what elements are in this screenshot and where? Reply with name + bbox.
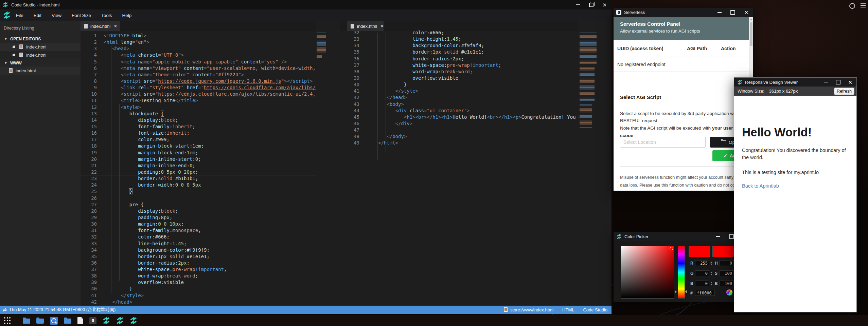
code-line[interactable]: 47 bbox=[340, 127, 612, 133]
code-line[interactable]: 25 } bbox=[81, 188, 316, 195]
b-value-field[interactable]: 0 bbox=[695, 281, 709, 286]
stepper-icon[interactable] bbox=[710, 260, 713, 266]
sidebar-section-www[interactable]: ▼ WWW bbox=[0, 59, 81, 67]
code-line[interactable]: 39 overflow:visible bbox=[340, 75, 612, 81]
restore-icon[interactable] bbox=[589, 3, 594, 7]
folder-icon[interactable] bbox=[23, 319, 30, 324]
menu-tools[interactable]: Tools bbox=[96, 9, 117, 21]
close-icon[interactable]: ✖ bbox=[12, 53, 15, 57]
code-line[interactable]: 11 <title>Testing Site</title> bbox=[81, 97, 316, 104]
open-editor-item[interactable]: ✖ index.html bbox=[0, 43, 81, 51]
code-line[interactable]: 37 white-space:pre-wrap!important; bbox=[340, 62, 612, 69]
hue-marker-right[interactable] bbox=[685, 290, 687, 293]
scrollbar-thumb[interactable] bbox=[750, 22, 752, 46]
code-line[interactable]: 48 </body> bbox=[340, 133, 612, 140]
folder-icon[interactable] bbox=[36, 319, 44, 324]
minimap[interactable] bbox=[580, 33, 597, 64]
minimap[interactable] bbox=[580, 67, 595, 101]
back-to-aprintlab-link[interactable]: Back to Aprintlab bbox=[742, 183, 779, 189]
script-location-input[interactable] bbox=[620, 137, 706, 148]
folder-icon[interactable] bbox=[64, 319, 71, 324]
code-line[interactable]: 45 <h1><br></h1><h1>Hello World!<br></h1… bbox=[340, 114, 612, 120]
open-editor-item[interactable]: ✖ index.html bbox=[0, 51, 81, 59]
code-line[interactable]: 40 } bbox=[340, 81, 612, 88]
code-line[interactable]: 21 margin-inline-end:0; bbox=[81, 162, 316, 169]
code-line[interactable]: 5 <meta name="apple-mobile-web-app-capab… bbox=[81, 59, 316, 65]
code-line[interactable]: 44 <div class="ui container"> bbox=[340, 108, 612, 114]
code-line[interactable]: 15 font-family:inherit; bbox=[81, 123, 316, 130]
code-line[interactable]: 8 <script src="https://code.jquery.com/j… bbox=[81, 78, 316, 84]
close-icon[interactable]: ✖ bbox=[12, 45, 15, 49]
app-grid-icon[interactable] bbox=[3, 317, 12, 325]
close-tab-icon[interactable]: ✕ bbox=[380, 24, 384, 28]
code-line[interactable]: 34 background-color:#f9f9f9; bbox=[81, 247, 316, 253]
close-tab-icon[interactable]: ✕ bbox=[114, 24, 117, 28]
status-app-name[interactable]: Code Studio bbox=[583, 307, 607, 312]
code-line[interactable]: 35 border:1px solid #e1e1e1; bbox=[340, 49, 612, 55]
code-line[interactable]: 49</html> bbox=[340, 140, 612, 146]
code-line[interactable]: 23 border:solid #b1b1b1; bbox=[81, 175, 316, 182]
status-language[interactable]: HTML bbox=[562, 307, 574, 312]
sidebar-section-open-editors[interactable]: ▼ OPEN EDITORS bbox=[0, 35, 81, 43]
code-line[interactable]: 22 padding:0 5px 0 20px; bbox=[81, 169, 316, 175]
minimize-icon[interactable] bbox=[716, 236, 720, 237]
code-line[interactable]: 24 border-width:0 0 0 5px bbox=[81, 182, 316, 188]
code-line[interactable]: 36 border-radius:2px; bbox=[340, 56, 612, 62]
code-line[interactable]: 38 word-wrap:break-word; bbox=[340, 69, 612, 75]
code-line[interactable]: 17 color:#999; bbox=[81, 136, 316, 143]
maximize-icon[interactable] bbox=[836, 80, 840, 84]
minimap[interactable] bbox=[317, 33, 326, 54]
menu-font-size[interactable]: Font Size bbox=[67, 9, 96, 21]
code-line[interactable]: 28 display:block; bbox=[81, 208, 316, 214]
code-line[interactable]: 29 padding:8px; bbox=[81, 214, 316, 221]
minimize-icon[interactable] bbox=[824, 82, 828, 82]
code-line[interactable]: 27 pre { bbox=[81, 202, 316, 208]
code-line[interactable]: 26 bbox=[81, 195, 316, 202]
code-line[interactable]: 40 } bbox=[81, 286, 316, 292]
code-line[interactable]: 18 margin-block-start:1em; bbox=[81, 143, 316, 149]
code-line[interactable]: 16 font-size:inherit; bbox=[81, 130, 316, 136]
s-value-field[interactable]: 100 bbox=[720, 270, 734, 276]
tree-item-index-html[interactable]: index.html bbox=[0, 66, 81, 75]
hex-value-field[interactable]: ff0000 bbox=[695, 290, 715, 296]
code-line[interactable]: 13 blockquote { bbox=[81, 111, 316, 117]
window-titlebar[interactable]: Code Studio - index.html ✕ bbox=[0, 0, 612, 9]
code-line[interactable]: 20 margin-inline-start:0; bbox=[81, 156, 316, 162]
color-wheel-icon[interactable] bbox=[726, 289, 732, 295]
stepper-icon[interactable] bbox=[710, 270, 713, 276]
scroll-up-icon[interactable]: ▲ bbox=[749, 18, 753, 21]
code-line[interactable]: 19 margin-block-end:1em; bbox=[81, 150, 316, 156]
menu-help[interactable]: Help bbox=[117, 9, 137, 21]
code-pane-left[interactable]: 1<!DOCTYPE html>2<html lang="en">3 <head… bbox=[81, 33, 316, 306]
maximize-icon[interactable] bbox=[729, 234, 734, 239]
color-picker-titlebar[interactable]: Color Picker bbox=[614, 232, 749, 241]
refresh-button[interactable]: Refresh bbox=[834, 88, 854, 95]
code-line[interactable]: 39 overflow:visible bbox=[81, 279, 316, 286]
close-icon[interactable]: ✕ bbox=[848, 80, 852, 85]
code-line[interactable]: 2<html lang="en"> bbox=[81, 39, 316, 45]
hamburger-menu-icon[interactable] bbox=[861, 3, 866, 8]
code-line[interactable]: 38 word-wrap:break-word; bbox=[81, 273, 316, 279]
code-line[interactable]: 1<!DOCTYPE html> bbox=[81, 33, 316, 39]
code-line[interactable]: 34 background-color:#f9f9f9; bbox=[340, 42, 612, 49]
menu-edit[interactable]: Edit bbox=[29, 9, 47, 21]
code-line[interactable]: 33 line-height:1.45; bbox=[340, 36, 612, 42]
document-icon[interactable] bbox=[77, 317, 83, 324]
code-line[interactable]: 41 </style> bbox=[340, 88, 612, 94]
h-value-field[interactable]: 0 bbox=[720, 260, 734, 266]
code-line[interactable]: 32 color:#666; bbox=[340, 30, 612, 36]
menu-view[interactable]: View bbox=[47, 9, 67, 21]
code-line[interactable]: 30 margin:0 0 10px; bbox=[81, 221, 316, 227]
close-icon[interactable]: ✕ bbox=[744, 10, 748, 15]
code-line[interactable]: 6 <meta name="viewport" content="user-sc… bbox=[81, 65, 316, 72]
r-value-field[interactable]: 255 bbox=[695, 260, 709, 266]
code-line[interactable]: 36 border-radius:2px; bbox=[81, 260, 316, 266]
code-line[interactable]: 46 </div> bbox=[340, 120, 612, 127]
close-icon[interactable]: ✕ bbox=[602, 2, 607, 7]
code-line[interactable]: 14 display:block; bbox=[81, 117, 316, 123]
minimize-icon[interactable] bbox=[576, 4, 580, 5]
code-line[interactable]: 3 <head> bbox=[81, 45, 316, 52]
code-line[interactable]: 35 border:1px solid #e1e1e1; bbox=[81, 253, 316, 260]
maximize-icon[interactable] bbox=[730, 10, 735, 15]
g-value-field[interactable]: 0 bbox=[695, 270, 709, 276]
